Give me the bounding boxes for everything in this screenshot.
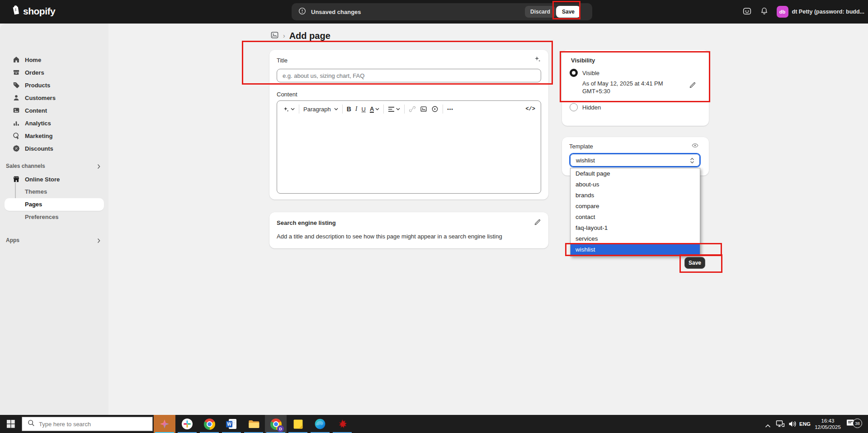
- bold-button[interactable]: B: [347, 105, 351, 113]
- taskbar-search-input[interactable]: [39, 421, 143, 428]
- tag-icon: [12, 81, 20, 89]
- shopify-logo[interactable]: shopify: [11, 5, 55, 17]
- content-label: Content: [277, 91, 297, 98]
- tray-time: 16:43: [813, 418, 843, 424]
- sidebar-item-analytics[interactable]: Analytics: [0, 117, 108, 129]
- template-option[interactable]: contact: [571, 212, 700, 223]
- shopify-admin-screen: shopify Unsaved changes Discard Save db …: [0, 0, 868, 433]
- discard-button[interactable]: Discard: [525, 6, 556, 18]
- rich-text-editor[interactable]: Paragraph B I U A: [277, 100, 541, 194]
- ai-sparkle-button[interactable]: [283, 106, 295, 113]
- sidebar-item-products[interactable]: Products: [0, 79, 108, 91]
- underline-button[interactable]: U: [362, 106, 366, 113]
- shopify-wordmark: shopify: [23, 6, 55, 17]
- tray-language[interactable]: ENG: [799, 421, 811, 427]
- magic-sparkle-icon[interactable]: [533, 55, 541, 65]
- page-icon[interactable]: [270, 31, 279, 41]
- bar-chart-icon: [12, 119, 20, 127]
- visible-radio-selected[interactable]: [570, 69, 578, 77]
- notifications-bell-icon[interactable]: [760, 7, 769, 17]
- visibility-header: Visibility: [571, 57, 595, 64]
- tray-network-icon[interactable]: [776, 420, 785, 430]
- italic-button[interactable]: I: [355, 105, 358, 113]
- more-options-button[interactable]: •••: [447, 107, 453, 112]
- avatar: db: [777, 6, 788, 18]
- taskbar-chrome-profile-app[interactable]: D: [265, 415, 287, 433]
- hidden-label: Hidden: [582, 104, 601, 111]
- paragraph-style-dropdown[interactable]: Paragraph: [303, 106, 338, 113]
- template-option[interactable]: compare: [571, 201, 700, 212]
- editor-content-area[interactable]: [277, 117, 541, 193]
- tray-expand-chevron-icon[interactable]: [765, 422, 771, 430]
- notification-count-badge[interactable]: 38: [853, 419, 862, 428]
- media-icon: [12, 106, 20, 114]
- template-option[interactable]: services: [571, 233, 700, 244]
- page-title: Add page: [289, 31, 330, 41]
- sidebar-item-content[interactable]: Content: [0, 104, 108, 117]
- sidekick-icon[interactable]: [742, 6, 752, 18]
- sidebar-item-discounts[interactable]: Discounts: [0, 142, 108, 155]
- taskbar-file-explorer-app[interactable]: [243, 415, 264, 433]
- toolbar-divider: [383, 105, 384, 114]
- hidden-radio[interactable]: [570, 103, 578, 111]
- title-label: Title: [277, 57, 288, 64]
- link-button-disabled[interactable]: [409, 105, 416, 113]
- insert-image-button[interactable]: [420, 105, 427, 113]
- sidebar-item-pages-selected[interactable]: Pages: [5, 198, 104, 211]
- tray-speaker-icon[interactable]: [788, 420, 797, 430]
- edit-seo-pencil-icon[interactable]: [534, 219, 541, 228]
- apps-header: Apps: [6, 237, 19, 243]
- alert-info-icon: [298, 7, 307, 17]
- template-option[interactable]: about-us: [571, 179, 700, 190]
- view-template-eye-icon[interactable]: [691, 142, 699, 151]
- alignment-button[interactable]: [388, 106, 400, 112]
- taskbar-edge-app[interactable]: [309, 415, 331, 433]
- toolbar-divider: [299, 105, 299, 114]
- template-option[interactable]: brands: [571, 190, 700, 201]
- unsaved-changes-label: Unsaved changes: [311, 9, 361, 15]
- taskbar-search[interactable]: [22, 417, 153, 431]
- tray-clock[interactable]: 16:43 12/05/2025: [813, 418, 843, 430]
- edit-visibility-pencil-icon[interactable]: [689, 81, 696, 90]
- template-option[interactable]: faq-layout-1: [571, 223, 700, 233]
- template-option-wishlist-highlighted[interactable]: wishlist: [571, 244, 700, 255]
- save-button-topbar[interactable]: Save: [556, 6, 580, 18]
- sidebar-item-home[interactable]: Home: [0, 53, 108, 66]
- chrome-profile-badge: D: [277, 425, 284, 432]
- visible-note: As of May 12, 2025 at 4:41 PM GMT+5:30: [582, 80, 671, 95]
- toolbar-divider: [443, 105, 443, 114]
- template-selected-value: wishlist: [576, 157, 595, 164]
- sidebar-item-themes[interactable]: Themes: [25, 188, 47, 195]
- sidebar-item-marketing[interactable]: Marketing: [0, 129, 108, 142]
- template-option[interactable]: Default page: [571, 168, 700, 179]
- taskbar-chrome-app[interactable]: [198, 415, 220, 433]
- taskbar-word-app[interactable]: W: [221, 415, 242, 433]
- insert-video-button[interactable]: [431, 105, 439, 113]
- taskbar-copilot-app[interactable]: [154, 415, 175, 433]
- sidebar-nav: Home Orders Products Customers Content A…: [0, 24, 108, 415]
- start-button[interactable]: [0, 415, 22, 433]
- user-menu[interactable]: db dt Petty (password: budd...: [777, 6, 864, 18]
- topbar: shopify Unsaved changes Discard Save db …: [0, 0, 868, 24]
- code-view-button[interactable]: </>: [525, 106, 535, 112]
- save-button-secondary[interactable]: Save: [684, 257, 705, 269]
- title-input[interactable]: [277, 69, 541, 82]
- taskbar-sticky-notes-app[interactable]: [287, 415, 309, 433]
- windows-taskbar: W D EN: [0, 415, 868, 433]
- sales-channels-header: Sales channels: [6, 163, 45, 169]
- template-select[interactable]: wishlist: [569, 153, 701, 167]
- seo-description: Add a title and description to see how t…: [277, 233, 502, 240]
- sidebar-item-preferences[interactable]: Preferences: [25, 214, 58, 220]
- template-header: Template: [569, 143, 593, 150]
- sales-channels-chevron-icon[interactable]: [97, 163, 101, 168]
- sidebar-item-orders[interactable]: Orders: [0, 66, 108, 79]
- sidebar-item-customers[interactable]: Customers: [0, 91, 108, 104]
- apps-chevron-icon[interactable]: [97, 237, 101, 243]
- text-color-button[interactable]: A: [370, 106, 379, 113]
- taskbar-slack-app[interactable]: [176, 415, 198, 433]
- taskbar-red-app[interactable]: [331, 415, 353, 433]
- chrome-icon: [204, 419, 215, 430]
- toolbar-divider: [404, 105, 405, 114]
- template-options-dropdown: Default page about-us brands compare con…: [570, 168, 700, 257]
- tray-date: 12/05/2025: [813, 424, 843, 430]
